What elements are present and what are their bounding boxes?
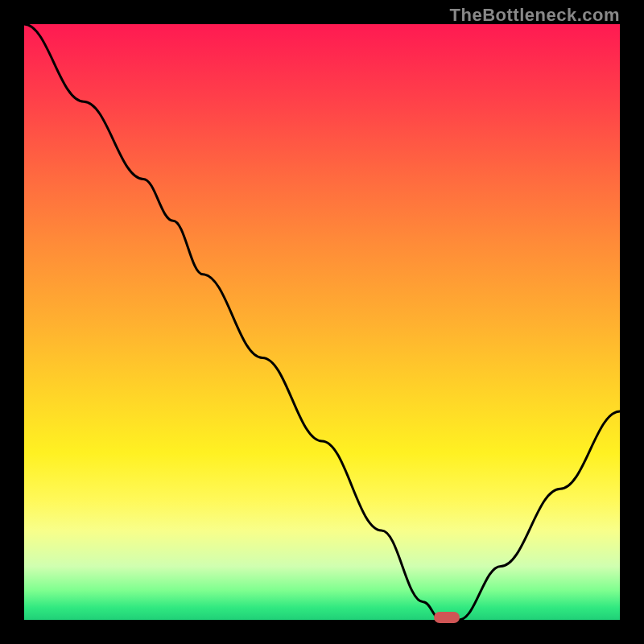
plot-area	[24, 24, 620, 620]
optimal-marker	[434, 612, 460, 623]
chart-container: TheBottleneck.com	[0, 0, 644, 644]
watermark-text: TheBottleneck.com	[450, 5, 620, 26]
bottleneck-curve	[24, 24, 620, 620]
